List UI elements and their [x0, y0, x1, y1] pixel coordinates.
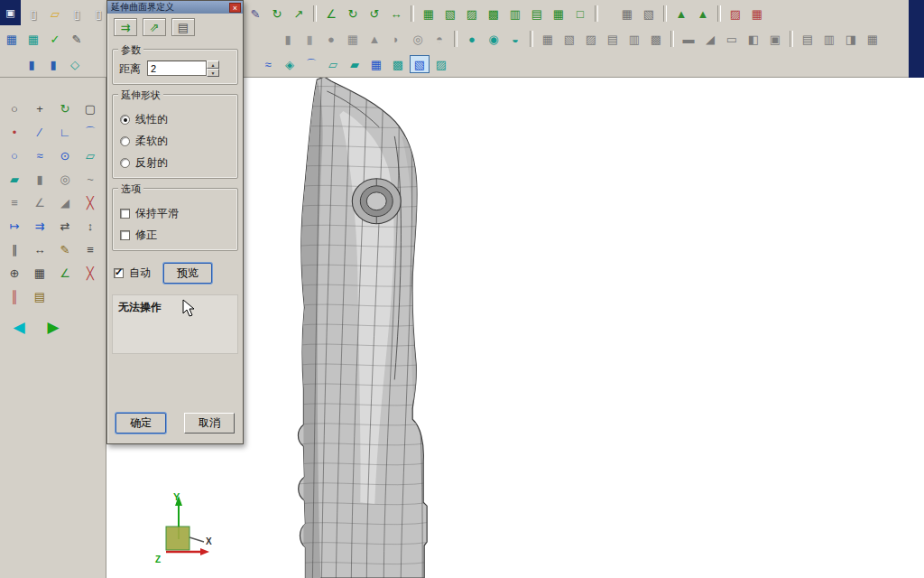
export-session-icon[interactable]: ▤ — [28, 285, 51, 308]
cube-primitive-icon[interactable]: ▦ — [343, 30, 363, 48]
measure-tool-icon[interactable]: ∥ — [3, 238, 26, 261]
teal-cube-icon[interactable]: ▦ — [23, 30, 43, 48]
draft-cube-icon[interactable]: ◨ — [841, 30, 861, 48]
rotate-view-icon[interactable]: ↻ — [53, 98, 77, 120]
ellipse-tool-icon[interactable]: ⊙ — [53, 144, 77, 167]
pan-icon[interactable]: + — [28, 98, 51, 120]
apply-check-icon[interactable]: ✓ — [45, 30, 65, 48]
fillet-tool-icon[interactable]: ∠ — [28, 191, 51, 214]
teal-sphere-icon[interactable]: ● — [462, 30, 482, 48]
sweep-tool-icon[interactable]: ~ — [79, 168, 102, 191]
axis-system-icon[interactable]: ∠ — [321, 5, 341, 23]
dialog-titlebar[interactable]: 延伸曲面界定义 × — [107, 1, 243, 14]
ok-button[interactable]: 确定 — [116, 413, 166, 434]
close-icon[interactable]: × — [229, 3, 241, 13]
offset-surface-icon[interactable]: ▨ — [431, 55, 451, 73]
wire-cube-6-icon[interactable]: ▤ — [527, 5, 547, 23]
forward-arrow-icon[interactable]: ▶ — [42, 317, 65, 337]
check-keep-smooth[interactable]: 保持平滑 — [120, 206, 230, 221]
rotate-ccw-icon[interactable]: ↺ — [365, 5, 384, 23]
wire-cube-2-icon[interactable]: ▧ — [440, 5, 460, 23]
axis-tool-icon[interactable]: ∠ — [53, 262, 77, 284]
mesh-surface-icon[interactable]: ▦ — [366, 55, 386, 73]
radio-linear[interactable]: 线性的 — [120, 112, 230, 127]
patch-surface-icon[interactable]: ▱ — [323, 55, 343, 73]
wire-cube-4-icon[interactable]: ▩ — [484, 5, 504, 23]
extend-tool-icon[interactable]: ↦ — [3, 215, 26, 238]
dimension-tool-icon[interactable]: ↔ — [28, 238, 51, 261]
copy-surface-icon[interactable]: ⇉ — [114, 18, 137, 36]
chamfer-cube-icon[interactable]: ▥ — [819, 30, 839, 48]
spin-up-icon[interactable]: ▲ — [207, 61, 219, 69]
solid-cube-4-icon[interactable]: ▤ — [603, 30, 623, 48]
barcode-tool-icon[interactable]: ║ — [3, 285, 26, 308]
mirror-tool-icon[interactable]: ⇄ — [53, 215, 77, 238]
radio-soft[interactable]: 柔软的 — [120, 134, 230, 149]
gray-cube-icon[interactable]: ▦ — [617, 5, 637, 23]
revolve-tool-icon[interactable]: ◎ — [53, 168, 77, 191]
wire-cube-5-icon[interactable]: ▥ — [505, 5, 525, 23]
tree-view-2-icon[interactable]: ▲ — [693, 5, 713, 23]
new-file-icon[interactable]: ▯ — [23, 5, 43, 23]
edit-pencil-icon[interactable]: ✎ — [67, 30, 87, 48]
spline-tool-icon[interactable]: ≈ — [28, 144, 51, 167]
net-surface-icon[interactable]: ▩ — [388, 55, 408, 73]
import-file-icon[interactable]: ▯ — [67, 5, 87, 23]
blue-panel-2-icon[interactable]: ▮ — [43, 55, 63, 73]
extend-surface-icon[interactable]: ▧ — [410, 55, 430, 73]
curve-tool-icon[interactable]: ⌒ — [301, 55, 321, 73]
grid-toggle-icon[interactable]: ▦ — [28, 262, 51, 284]
fit-view-icon[interactable]: ▢ — [79, 98, 102, 120]
hemisphere-primitive-icon[interactable]: ◓ — [430, 30, 449, 48]
app-menu-icon[interactable]: ▣ — [0, 0, 21, 25]
zoom-icon[interactable]: ○ — [3, 98, 26, 120]
wire-cube-1-icon[interactable]: ▦ — [419, 5, 439, 23]
arc-tool-icon[interactable]: ⌒ — [79, 121, 102, 144]
scale-tool-icon[interactable]: ↕ — [79, 215, 102, 238]
polyline-tool-icon[interactable]: ∟ — [53, 121, 77, 144]
teal-ball-icon[interactable]: ◉ — [484, 30, 504, 48]
circle-tool-icon[interactable]: ○ — [3, 144, 26, 167]
offset-tool-icon[interactable]: ⇉ — [28, 215, 51, 238]
loft-tool-icon[interactable]: ≡ — [3, 191, 26, 214]
section-cube-icon[interactable]: ▧ — [639, 5, 659, 23]
fillet-cube-icon[interactable]: ▤ — [798, 30, 818, 48]
cone-primitive-icon[interactable]: ▲ — [365, 30, 384, 48]
wedge-icon[interactable]: ◢ — [700, 30, 720, 48]
preview-button[interactable]: 预览 — [163, 263, 212, 284]
radio-reflective[interactable]: 反射的 — [120, 155, 230, 171]
teal-half-icon[interactable]: ◒ — [505, 30, 525, 48]
rotate-cw-icon[interactable]: ↻ — [343, 5, 363, 23]
solid-cube-1-icon[interactable]: ▦ — [538, 30, 558, 48]
block-primitive-icon[interactable]: ▮ — [278, 30, 298, 48]
edit-params-icon[interactable]: ✎ — [245, 5, 265, 23]
spin-down-icon[interactable]: ▼ — [207, 69, 219, 77]
solid-cube-2-icon[interactable]: ▧ — [559, 30, 579, 48]
sphere-primitive-icon[interactable]: ● — [321, 30, 341, 48]
cancel-button[interactable]: 取消 — [184, 413, 235, 434]
solid-cube-6-icon[interactable]: ▩ — [646, 30, 666, 48]
line-tool-icon[interactable]: ∕ — [28, 121, 51, 144]
distance-input[interactable] — [147, 61, 207, 76]
plate-icon[interactable]: ▭ — [722, 30, 742, 48]
thick-cube-icon[interactable]: ▦ — [863, 30, 882, 48]
slab-icon[interactable]: ▬ — [679, 30, 698, 48]
surface-diamond-icon[interactable]: ◈ — [280, 55, 300, 73]
trim-tool-icon[interactable]: ╳ — [79, 191, 102, 214]
check-auto[interactable]: 自动 — [114, 266, 151, 281]
round-cube-icon[interactable]: ▣ — [765, 30, 785, 48]
extrude-tool-icon[interactable]: ▮ — [28, 168, 51, 191]
check-correct[interactable]: 修正 — [120, 228, 230, 243]
chamfer-tool-icon[interactable]: ◢ — [53, 191, 77, 214]
oblate-primitive-icon[interactable]: ◗ — [386, 30, 406, 48]
blue-cube-icon[interactable]: ▦ — [2, 30, 22, 48]
blend-surface-icon[interactable]: ▰ — [345, 55, 365, 73]
translate-axis-icon[interactable]: ↗ — [289, 5, 309, 23]
rotate-object-icon[interactable]: ↻ — [267, 5, 287, 23]
tree-view-1-icon[interactable]: ▲ — [671, 5, 691, 23]
measure-red-icon[interactable]: ▨ — [725, 5, 745, 23]
delete-tool-icon[interactable]: ╳ — [79, 262, 102, 284]
surface-tool-icon[interactable]: ▰ — [3, 168, 26, 191]
shell-cube-icon[interactable]: ◧ — [744, 30, 763, 48]
cylinder-primitive-icon[interactable]: ▮ — [300, 30, 319, 48]
